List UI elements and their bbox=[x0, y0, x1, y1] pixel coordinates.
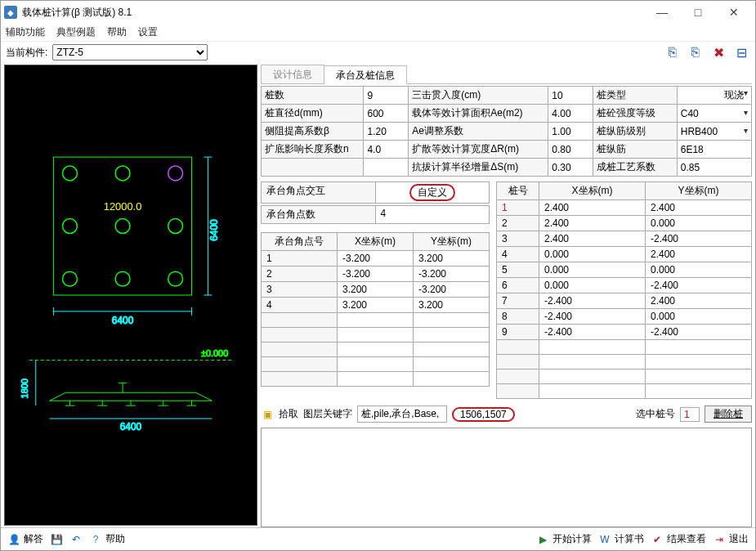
table-row: 8-2.4000.000 bbox=[497, 309, 752, 325]
menu-examples[interactable]: 典型例题 bbox=[56, 25, 96, 39]
svg-text:±0.000: ±0.000 bbox=[201, 348, 228, 358]
help-button[interactable]: 帮助 bbox=[105, 532, 125, 546]
layer-keyword-label: 图层关键字 bbox=[303, 407, 352, 421]
svg-text:6400: 6400 bbox=[208, 219, 220, 241]
svg-point-3 bbox=[168, 166, 183, 181]
delete-pile-button[interactable]: 删除桩 bbox=[705, 405, 752, 423]
exit-icon: ⇥ bbox=[713, 533, 726, 546]
table-row: 60.000-2.400 bbox=[497, 278, 752, 293]
menubar: 辅助功能 典型例题 帮助 设置 bbox=[1, 24, 755, 42]
answer-button[interactable]: 解答 bbox=[24, 532, 43, 546]
close-button[interactable]: ✕ bbox=[716, 1, 752, 24]
property-grid: 桩数9三击贯入度(cm)10桩类型现浇▾ 桩直径d(mm)600载体等效计算面积… bbox=[261, 86, 752, 177]
pile-count[interactable]: 9 bbox=[364, 87, 409, 105]
window-title: 载体桩计算(β 测试版) 8.1 bbox=[22, 6, 644, 20]
cap-interact-label: 承台角点交互 bbox=[261, 181, 376, 204]
pile-type[interactable]: 现浇▾ bbox=[677, 87, 751, 105]
table-row: 2-3.200-3.200 bbox=[262, 267, 490, 282]
svg-point-2 bbox=[115, 166, 130, 181]
svg-text:1800: 1800 bbox=[20, 379, 29, 398]
table-row: 1-3.2003.200 bbox=[262, 251, 490, 267]
selected-pile-value[interactable]: 1 bbox=[680, 407, 700, 422]
svg-point-1 bbox=[63, 166, 78, 181]
svg-rect-0 bbox=[54, 157, 192, 295]
svg-point-6 bbox=[168, 219, 183, 234]
pick-button[interactable]: 拾取 bbox=[279, 407, 298, 421]
svg-point-8 bbox=[115, 271, 130, 286]
pile-coord-table: 桩号X坐标(m)Y坐标(m) 12.4002.400 22.4000.000 3… bbox=[496, 181, 752, 399]
titlebar: ◆ 载体桩计算(β 测试版) 8.1 — □ ✕ bbox=[1, 1, 755, 24]
copy-add-icon[interactable]: ⎘ bbox=[665, 45, 680, 60]
table-row: 50.0000.000 bbox=[497, 262, 752, 278]
list-icon[interactable]: ⊟ bbox=[734, 45, 749, 60]
table-row: 7-2.4002.400 bbox=[497, 293, 752, 309]
calc-icon: ▶ bbox=[536, 533, 549, 546]
tab-design-info[interactable]: 设计信息 bbox=[261, 65, 324, 83]
user-icon: 👤 bbox=[7, 533, 20, 546]
copy-icon[interactable]: ⎘ bbox=[688, 45, 703, 60]
table-row: 40.0002.400 bbox=[497, 247, 752, 262]
table-row: 22.4000.000 bbox=[497, 216, 752, 231]
svg-point-4 bbox=[63, 219, 78, 234]
result-icon: ✔ bbox=[651, 533, 664, 546]
menu-aux[interactable]: 辅助功能 bbox=[6, 25, 45, 39]
cap-count-value[interactable]: 4 bbox=[376, 205, 490, 224]
menu-settings[interactable]: 设置 bbox=[138, 25, 158, 39]
svg-text:6400: 6400 bbox=[112, 315, 134, 326]
menu-help[interactable]: 帮助 bbox=[107, 25, 127, 39]
cap-count-label: 承台角点数 bbox=[261, 205, 376, 224]
app-icon: ◆ bbox=[4, 6, 17, 19]
tabstrip: 设计信息 承台及桩信息 bbox=[261, 65, 752, 84]
svg-text:12000.0: 12000.0 bbox=[104, 200, 142, 213]
svg-point-9 bbox=[168, 271, 183, 286]
cad-viewport[interactable]: 12000.0 6400 6400 ±0.000 1800 6400 bbox=[4, 65, 257, 526]
maximize-button[interactable]: □ bbox=[680, 1, 716, 24]
current-component-select[interactable]: ZTZ-5 bbox=[52, 44, 208, 60]
exit-button[interactable]: 退出 bbox=[729, 532, 749, 546]
calc-book-button[interactable]: 计算书 bbox=[615, 532, 644, 546]
save-icon[interactable]: 💾 bbox=[50, 533, 63, 546]
table-row: 32.400-2.400 bbox=[497, 231, 752, 247]
table-row: 43.2003.200 bbox=[262, 298, 490, 313]
current-component-label: 当前构件: bbox=[6, 46, 47, 60]
minimize-button[interactable]: — bbox=[644, 1, 680, 24]
toolbar: 当前构件: ZTZ-5 ⎘ ⎘ ✖ ⊟ bbox=[1, 42, 755, 63]
pick-row: ▣ 拾取 图层关键字 桩,pile,承台,Base, 1506,1507 选中桩… bbox=[261, 405, 752, 423]
picked-coord: 1506,1507 bbox=[452, 407, 515, 422]
help-icon: ? bbox=[89, 533, 102, 546]
selected-pile-label: 选中桩号 bbox=[636, 407, 675, 421]
undo-icon[interactable]: ↶ bbox=[69, 533, 83, 546]
tab-pile-info[interactable]: 承台及桩信息 bbox=[324, 65, 407, 84]
book-icon: W bbox=[598, 533, 611, 546]
cap-corner-table: 承台角点号X坐标(m)Y坐标(m) 1-3.2003.200 2-3.200-3… bbox=[261, 232, 490, 387]
table-row: 33.200-3.200 bbox=[262, 282, 490, 298]
svg-text:6400: 6400 bbox=[120, 421, 142, 432]
statusbar: 👤解答 💾 ↶ ?帮助 ▶开始计算 W计算书 ✔结果查看 ⇥退出 bbox=[1, 527, 755, 550]
output-textarea[interactable] bbox=[261, 428, 752, 527]
table-row: 9-2.400-2.400 bbox=[497, 325, 752, 340]
start-calc-button[interactable]: 开始计算 bbox=[552, 532, 592, 546]
cap-interact-value[interactable]: 自定义 bbox=[376, 181, 490, 204]
layer-keyword-input[interactable]: 桩,pile,承台,Base, bbox=[357, 405, 447, 423]
result-view-button[interactable]: 结果查看 bbox=[667, 532, 706, 546]
delete-icon[interactable]: ✖ bbox=[711, 45, 726, 60]
table-row: 12.4002.400 bbox=[497, 200, 752, 216]
svg-point-7 bbox=[63, 271, 78, 286]
svg-point-5 bbox=[115, 219, 130, 234]
pick-icon[interactable]: ▣ bbox=[261, 408, 274, 421]
